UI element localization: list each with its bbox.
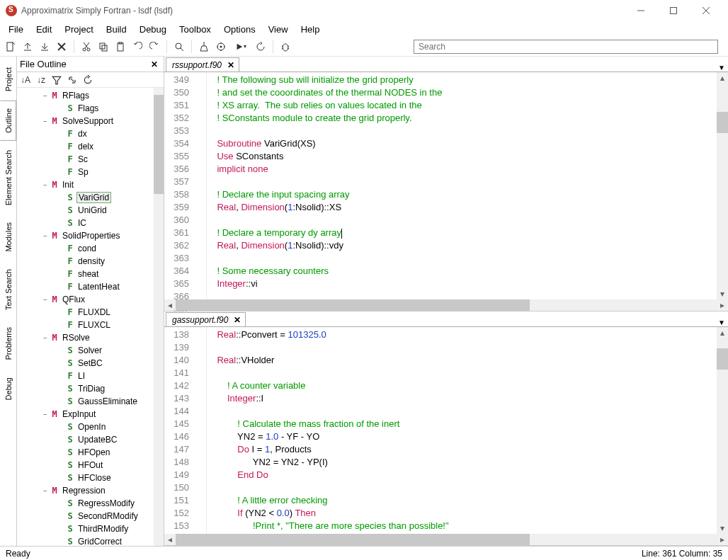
redo-icon[interactable] (147, 39, 162, 55)
side-tab-problems[interactable]: Problems (0, 319, 16, 367)
side-tab-modules[interactable]: Modules (0, 215, 16, 260)
outline-node-ic[interactable]: SIC (20, 217, 164, 229)
outline-node-dx[interactable]: Fdx (20, 127, 164, 140)
maximize-button[interactable] (657, 0, 690, 21)
tree-twisty-icon[interactable]: − (41, 181, 50, 189)
clean-icon[interactable] (196, 39, 212, 55)
side-tab-element-search[interactable]: Element Search (0, 142, 16, 213)
global-search-box[interactable] (414, 40, 718, 54)
editor-tab-2[interactable]: gassupport.f90 ✕ (166, 312, 246, 326)
menu-file[interactable]: File (3, 23, 29, 36)
outline-node-regressmodify[interactable]: SRegressModify (20, 497, 164, 510)
tree-twisty-icon[interactable]: − (41, 487, 50, 495)
outline-node-updatebc[interactable]: SUpdateBC (20, 433, 164, 446)
code-lines-2[interactable]: Real::Pconvert = 101325.0 Real::VHolder … (207, 327, 728, 534)
outline-node-gridcorrect[interactable]: SGridCorrect (20, 535, 164, 546)
menu-edit[interactable]: Edit (30, 23, 57, 36)
hscroll-2-thumb[interactable] (176, 534, 530, 545)
hscroll-2-left-icon[interactable]: ◂ (164, 534, 176, 545)
save-icon[interactable] (37, 39, 52, 55)
outline-node-density[interactable]: Fdensity (20, 255, 164, 268)
outline-node-cond[interactable]: Fcond (20, 242, 164, 255)
copy-icon[interactable] (96, 39, 111, 55)
side-tab-text-search[interactable]: Text Search (0, 261, 16, 318)
menu-view[interactable]: View (263, 23, 294, 36)
outline-node-qflux[interactable]: −MQFlux (20, 293, 164, 306)
vscroll-2[interactable]: ▴ ▾ (717, 327, 728, 534)
code-lines-1[interactable]: ! The following sub will initialize the … (207, 72, 728, 299)
code-area-1[interactable]: 3493503513523533543553563573583593603613… (164, 72, 728, 299)
sort-desc-icon[interactable]: ↓z (34, 73, 48, 87)
vscroll-1-thumb[interactable] (717, 112, 728, 133)
cut-icon[interactable] (79, 39, 94, 55)
vscroll-2-up-icon[interactable]: ▴ (717, 327, 728, 338)
menu-project[interactable]: Project (59, 23, 98, 36)
filter-icon[interactable] (50, 73, 64, 87)
outline-node-sheat[interactable]: Fsheat (20, 268, 164, 280)
refresh-icon[interactable] (253, 39, 268, 55)
hscroll-2[interactable]: ◂ ▸ (164, 534, 728, 545)
outline-node-rflags[interactable]: −MRFlags (20, 89, 164, 102)
hscroll-1-right-icon[interactable]: ▸ (717, 299, 728, 311)
outline-node-secondrmodify[interactable]: SSecondRModify (20, 510, 164, 522)
side-tab-project[interactable]: Project (0, 59, 16, 99)
outline-node-flags[interactable]: SFlags (20, 102, 164, 115)
undo-icon[interactable] (130, 39, 145, 55)
search-input[interactable] (414, 40, 717, 53)
outline-node-rsolve[interactable]: −MRSolve (20, 331, 164, 344)
hscroll-1-left-icon[interactable]: ◂ (164, 299, 176, 311)
vscroll-2-thumb[interactable] (717, 348, 728, 370)
tree-twisty-icon[interactable]: − (41, 296, 50, 304)
menu-toolbox[interactable]: Toolbox (174, 23, 217, 36)
paste-icon[interactable] (113, 39, 128, 55)
outline-node-solver[interactable]: SSolver (20, 344, 164, 357)
tree-scrollbar[interactable] (154, 88, 164, 546)
outline-node-fluxcl[interactable]: FFLUXCL (20, 319, 164, 331)
outline-node-hfclose[interactable]: SHFClose (20, 472, 164, 484)
open-icon[interactable] (20, 39, 35, 55)
run-icon[interactable]: ▾ (230, 39, 251, 55)
outline-node-regression[interactable]: −MRegression (20, 484, 164, 497)
hscroll-1-thumb[interactable] (176, 299, 530, 311)
debug-icon[interactable] (278, 39, 293, 55)
minimize-button[interactable] (625, 0, 657, 21)
outline-node-expinput[interactable]: −MExpInput (20, 408, 164, 421)
outline-tree[interactable]: −MRFlagsSFlags−MSolveSupportFdxFdelxFScF… (17, 88, 164, 546)
outline-node-varigrid[interactable]: SVariGrid (20, 191, 164, 204)
tab-1-close-icon[interactable]: ✕ (226, 60, 236, 70)
outline-node-init[interactable]: −MInit (20, 178, 164, 191)
tree-twisty-icon[interactable]: − (41, 92, 50, 100)
tab-1-dropdown-icon[interactable]: ▼ (718, 64, 725, 72)
tree-twisty-icon[interactable]: − (41, 411, 50, 418)
tree-twisty-icon[interactable]: − (41, 232, 50, 240)
outline-node-li[interactable]: FLI (20, 370, 164, 382)
delete-icon[interactable] (54, 39, 69, 55)
menu-options[interactable]: Options (218, 23, 261, 36)
new-file-icon[interactable] (3, 39, 18, 55)
outline-node-solvesupport[interactable]: −MSolveSupport (20, 115, 164, 127)
side-tab-outline[interactable]: Outline (0, 101, 16, 141)
vscroll-1[interactable]: ▴ ▾ (717, 72, 728, 299)
sort-asc-icon[interactable]: ↓A (18, 73, 33, 87)
tab-2-close-icon[interactable]: ✕ (232, 315, 242, 325)
hscroll-1[interactable]: ◂ ▸ (164, 299, 728, 311)
outline-node-gausseliminate[interactable]: SGaussEliminate (20, 395, 164, 408)
tree-twisty-icon[interactable]: − (41, 118, 50, 125)
refresh-outline-icon[interactable] (81, 73, 95, 87)
link-icon[interactable] (65, 73, 79, 87)
build-icon[interactable] (213, 39, 229, 55)
outline-node-delx[interactable]: Fdelx (20, 140, 164, 153)
vscroll-2-down-icon[interactable]: ▾ (717, 522, 728, 534)
search-icon[interactable] (171, 39, 187, 55)
side-tab-debug[interactable]: Debug (0, 370, 16, 408)
outline-node-openin[interactable]: SOpenIn (20, 421, 164, 433)
outline-node-tridiag[interactable]: STriDiag (20, 382, 164, 395)
code-area-2[interactable]: 1381391401411421431441451461471481491501… (164, 327, 728, 534)
menu-debug[interactable]: Debug (134, 23, 172, 36)
outline-node-sp[interactable]: FSp (20, 166, 164, 178)
menu-help[interactable]: Help (295, 23, 326, 36)
outline-node-hfout[interactable]: SHFOut (20, 459, 164, 472)
vscroll-1-down-icon[interactable]: ▾ (717, 288, 728, 299)
menu-build[interactable]: Build (101, 23, 132, 36)
editor-tab-1[interactable]: rssupport.f90 ✕ (166, 57, 239, 72)
